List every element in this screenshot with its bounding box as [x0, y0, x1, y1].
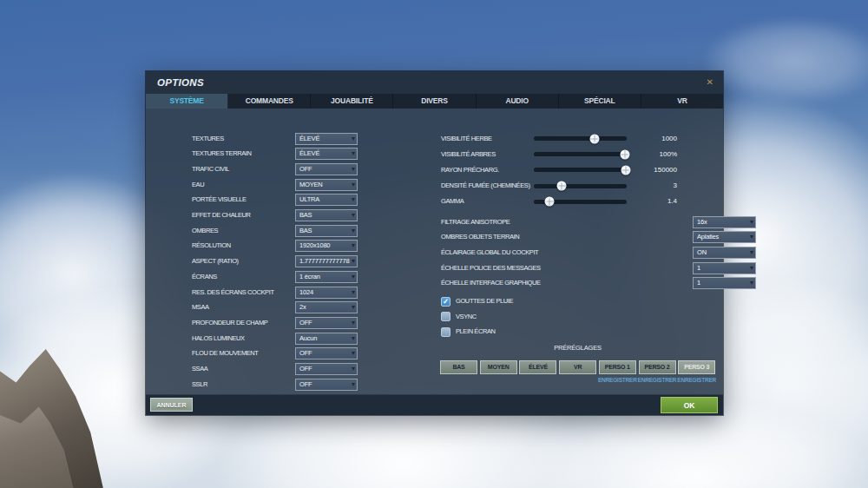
dropdown-echelle-police-des-messages[interactable]: 1▾ — [693, 262, 756, 274]
slider-value: 1000 — [590, 133, 677, 145]
chevron-down-icon: ▾ — [352, 348, 355, 358]
dropdown-eclairage-global-du-cockpit[interactable]: ON▾ — [693, 247, 756, 259]
setting-label: FLOU DE MOUVEMENT — [192, 347, 259, 359]
dialog-title: OPTIONS — [157, 71, 204, 94]
chevron-down-icon: ▾ — [352, 379, 355, 389]
tab-commandes[interactable]: COMMANDES — [228, 94, 311, 109]
preset-perso-3-button[interactable]: PERSO 3 — [678, 360, 715, 374]
cancel-button[interactable]: ANNULER — [150, 398, 193, 412]
dropdown-value: OFF — [299, 364, 312, 374]
slider-value: 1.4 — [590, 195, 677, 208]
tab-audio[interactable]: AUDIO — [477, 94, 559, 109]
slider-thumb[interactable] — [545, 197, 555, 207]
dropdown-sslr[interactable]: OFF▾ — [295, 379, 358, 391]
slider-row: VISIBILITÉ ARBRES100% — [146, 148, 723, 161]
preset-perso-1-button[interactable]: PERSO 1 — [599, 360, 636, 374]
slider-row: DENSITÉ FUMÉE (CHEMINÉES)3 — [146, 180, 723, 192]
setting-label: DENSITÉ FUMÉE (CHEMINÉES) — [441, 180, 530, 192]
checkbox-row: VSYNC — [146, 311, 723, 323]
setting-label: ÉCLAIRAGE GLOBAL DU COCKPIT — [441, 247, 538, 259]
setting-row: SSAAOFF▾ — [146, 363, 723, 375]
chevron-down-icon: ▾ — [750, 217, 753, 227]
dropdown-filtrage-anisotrope[interactable]: 16x▾ — [693, 216, 756, 228]
dropdown-value: ON — [697, 247, 707, 258]
slider-value: 100% — [590, 148, 677, 161]
setting-label: SSLR — [192, 379, 207, 391]
setting-row: FLOU DE MOUVEMENTOFF▾ — [146, 347, 723, 359]
dialog-footer: ANNULER OK — [146, 394, 723, 415]
dropdown-echelle-interface-graphique[interactable]: 1▾ — [693, 277, 756, 289]
tab-bar: SYSTÈMECOMMANDESJOUABILITÉDIVERSAUDIOSPÉ… — [146, 94, 723, 109]
slider-row: RAYON PRÉCHARG.150000 — [146, 164, 723, 176]
checkbox-row: PLEIN ÉCRAN — [146, 326, 723, 338]
chevron-down-icon: ▾ — [750, 247, 753, 257]
chevron-down-icon: ▾ — [750, 278, 753, 287]
dropdown-value: 16x — [697, 217, 707, 228]
setting-row: ÉCHELLE INTERFACE GRAPHIQUE1▾ — [146, 277, 723, 289]
dropdown-value: 1 — [697, 263, 700, 274]
tab-vr[interactable]: VR — [641, 94, 723, 109]
dropdown-value: 1 — [697, 278, 700, 288]
setting-label: VISIBILITÉ HERBE — [441, 133, 492, 145]
slider-row: VISIBILITÉ HERBE1000 — [146, 133, 723, 145]
dropdown-value: OFF — [299, 379, 312, 390]
tab-special[interactable]: SPÉCIAL — [559, 94, 641, 109]
chevron-down-icon: ▾ — [750, 232, 753, 241]
preset-vr-button[interactable]: VR — [559, 360, 596, 374]
tab-systeme[interactable]: SYSTÈME — [146, 94, 228, 109]
slider-value: 3 — [590, 180, 677, 192]
dropdown-ombres-objets-terrain[interactable]: Aplaties▾ — [693, 231, 756, 243]
dropdown-value: Aplaties — [697, 232, 719, 242]
setting-label: ÉCHELLE POLICE DES MESSAGES — [441, 262, 541, 274]
preset-moyen-button[interactable]: MOYEN — [480, 360, 517, 374]
dialog-content: PRÉRÉGLAGES TEXTURESÉLEVÉ▾TEXTURES TERRA… — [146, 109, 723, 395]
setting-row: FILTRAGE ANISOTROPE16x▾ — [146, 216, 723, 228]
checkbox-label: PLEIN ÉCRAN — [456, 326, 496, 338]
chevron-down-icon: ▾ — [750, 263, 753, 273]
slider-row: GAMMA1.4 — [146, 195, 723, 208]
checkbox-row: ✓GOUTTES DE PLUIE — [146, 295, 723, 307]
dropdown-value: OFF — [299, 348, 312, 359]
setting-row: ÉCHELLE POLICE DES MESSAGES1▾ — [146, 262, 723, 274]
tab-jouabilite[interactable]: JOUABILITÉ — [311, 94, 393, 109]
save-perso-2-link[interactable]: ENREGISTRER — [638, 377, 677, 383]
setting-label: ÉCHELLE INTERFACE GRAPHIQUE — [441, 277, 541, 289]
setting-row: ÉCLAIRAGE GLOBAL DU COCKPITON▾ — [146, 247, 723, 259]
save-perso-3-link[interactable]: ENREGISTRER — [677, 377, 716, 383]
checkbox-plein-ecran[interactable] — [441, 327, 450, 337]
checkbox-label: VSYNC — [456, 311, 477, 323]
slider-value: 150000 — [590, 164, 677, 176]
dropdown-flou-de-mouvement[interactable]: OFF▾ — [295, 347, 358, 359]
ok-button[interactable]: OK — [661, 397, 718, 413]
setting-label: FILTRAGE ANISOTROPE — [441, 216, 510, 228]
checkbox-vsync[interactable] — [441, 312, 450, 321]
checkbox-label: GOUTTES DE PLUIE — [456, 295, 513, 307]
setting-label: OMBRES OBJETS TERRAIN — [441, 231, 519, 243]
setting-label: SSAA — [192, 363, 207, 375]
chevron-down-icon: ▾ — [352, 364, 355, 373]
dropdown-ssaa[interactable]: OFF▾ — [295, 363, 358, 375]
setting-label: RAYON PRÉCHARG. — [441, 164, 499, 176]
check-icon: ✓ — [442, 298, 450, 306]
options-dialog: OPTIONS ✕ SYSTÈMECOMMANDESJOUABILITÉDIVE… — [146, 71, 723, 415]
preset-bas-button[interactable]: BAS — [440, 360, 477, 374]
tab-divers[interactable]: DIVERS — [393, 94, 476, 109]
setting-label: VISIBILITÉ ARBRES — [441, 148, 496, 161]
close-icon[interactable]: ✕ — [707, 71, 713, 93]
setting-label: GAMMA — [441, 195, 464, 208]
screen: OPTIONS ✕ SYSTÈMECOMMANDESJOUABILITÉDIVE… — [0, 0, 868, 488]
setting-row: OMBRES OBJETS TERRAINAplaties▾ — [146, 231, 723, 243]
checkbox-gouttes-de-pluie[interactable]: ✓ — [441, 297, 450, 307]
preset-perso-2-button[interactable]: PERSO 2 — [639, 360, 676, 374]
slider-thumb[interactable] — [557, 181, 567, 191]
save-perso-1-link[interactable]: ENREGISTRER — [598, 377, 637, 383]
preset-eleve-button[interactable]: ÉLEVÉ — [519, 360, 556, 374]
dialog-titlebar: OPTIONS ✕ — [146, 71, 723, 94]
